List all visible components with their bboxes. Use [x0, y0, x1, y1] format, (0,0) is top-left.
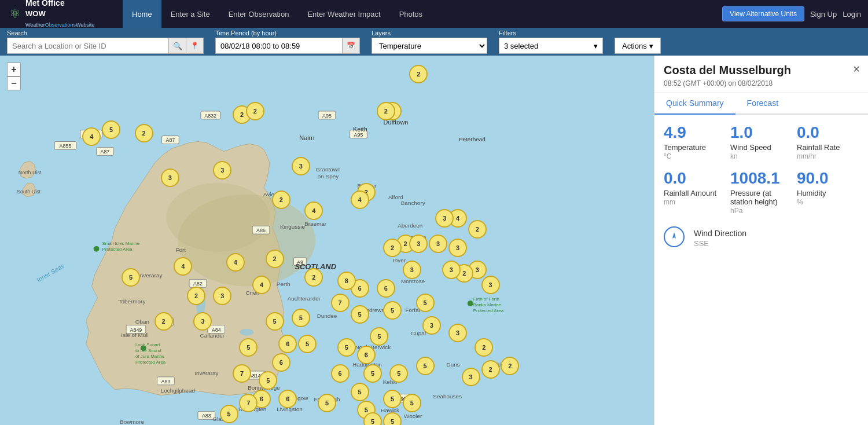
location-button[interactable]: 📍: [186, 38, 204, 54]
map-cluster-marker[interactable]: 7: [239, 394, 258, 412]
map-cluster-marker[interactable]: 5: [351, 383, 369, 401]
map-cluster-marker[interactable]: 4: [82, 127, 101, 146]
map-cluster-marker[interactable]: 6: [357, 346, 376, 364]
map-cluster-marker[interactable]: 8: [337, 272, 356, 290]
stat-label: Pressure (at station height): [730, 189, 792, 206]
map-cluster-marker[interactable]: 2: [304, 268, 323, 287]
map-cluster-marker[interactable]: 5: [292, 309, 310, 327]
map-cluster-marker[interactable]: 4: [351, 190, 369, 209]
nav-enter-observation[interactable]: Enter Observation: [219, 0, 299, 28]
map-cluster-marker[interactable]: 5: [383, 301, 402, 320]
map-cluster-marker[interactable]: 6: [272, 353, 290, 372]
map-cluster-marker[interactable]: 2: [409, 65, 428, 83]
svg-text:Seahouses: Seahouses: [433, 393, 462, 400]
map-cluster-marker[interactable]: 5: [337, 338, 356, 357]
map-cluster-marker[interactable]: 2: [377, 102, 395, 120]
map-cluster-marker[interactable]: 7: [233, 364, 251, 383]
search-input[interactable]: [7, 38, 169, 54]
map-cluster-marker[interactable]: 5: [351, 305, 369, 324]
map-cluster-marker[interactable]: 4: [252, 276, 271, 294]
svg-text:Perth: Perth: [277, 281, 290, 287]
zoom-out-button[interactable]: −: [7, 76, 21, 90]
svg-text:Peterhead: Peterhead: [459, 137, 486, 143]
nav-enter-site[interactable]: Enter a Site: [161, 0, 219, 28]
map-cluster-marker[interactable]: 3: [435, 209, 454, 228]
map-cluster-marker[interactable]: 2: [501, 357, 519, 375]
search-button[interactable]: 🔍: [169, 38, 186, 54]
map-cluster-marker[interactable]: 4: [304, 201, 323, 220]
map-cluster-marker[interactable]: 2: [135, 124, 153, 142]
alt-units-button[interactable]: View Alternative Units: [722, 6, 804, 21]
actions-button[interactable]: Actions ▾: [615, 38, 661, 54]
stat-value: 0.0: [664, 170, 726, 188]
map-cluster-marker[interactable]: 3: [409, 235, 428, 253]
map-cluster-marker[interactable]: 5: [259, 371, 277, 390]
map-cluster-marker[interactable]: 5: [318, 394, 336, 412]
map-cluster-marker[interactable]: 3: [462, 368, 480, 386]
map-cluster-marker[interactable]: 6: [278, 390, 297, 408]
map-cluster-marker[interactable]: 3: [403, 261, 421, 279]
time-period-input[interactable]: [215, 38, 343, 54]
map-cluster-marker[interactable]: 5: [298, 335, 317, 353]
svg-text:Oban: Oban: [135, 318, 149, 325]
map-cluster-marker[interactable]: 2: [155, 312, 173, 331]
svg-text:Protected Area: Protected Area: [102, 247, 133, 252]
map-cluster-marker[interactable]: 5: [403, 394, 421, 412]
map-cluster-marker[interactable]: 7: [331, 294, 350, 312]
filters-dropdown[interactable]: 3 selected ▾: [499, 38, 603, 54]
nav-photos[interactable]: Photos: [390, 0, 432, 28]
map-cluster-marker[interactable]: 5: [389, 364, 408, 383]
map-cluster-marker[interactable]: 3: [161, 168, 179, 187]
map-cluster-marker[interactable]: 3: [481, 276, 500, 294]
nav-home[interactable]: Home: [123, 0, 161, 28]
map-cluster-marker[interactable]: 5: [363, 364, 382, 383]
search-group: Search 🔍 📍: [7, 30, 204, 54]
map-cluster-marker[interactable]: 3: [193, 312, 212, 331]
map-cluster-marker[interactable]: 2: [272, 190, 290, 209]
layers-select[interactable]: Temperature Wind Speed Rainfall Rate Hum…: [372, 38, 487, 54]
map-cluster-marker[interactable]: 3: [422, 316, 441, 335]
map-cluster-marker[interactable]: 3: [448, 324, 467, 342]
map-cluster-marker[interactable]: 4: [174, 257, 192, 276]
map-cluster-marker[interactable]: 4: [226, 253, 245, 272]
map-cluster-marker[interactable]: 2: [187, 287, 205, 305]
map-cluster-marker[interactable]: 5: [383, 390, 402, 408]
map-cluster-marker[interactable]: 2: [246, 102, 264, 120]
map-cluster-marker[interactable]: 5: [239, 338, 258, 357]
map-cluster-marker[interactable]: 3: [429, 235, 447, 253]
map-cluster-marker[interactable]: 5: [416, 357, 435, 375]
map-cluster-marker[interactable]: 3: [213, 161, 231, 179]
tab-quick-summary[interactable]: Quick Summary: [654, 93, 735, 115]
map-cluster-marker[interactable]: 5: [122, 268, 140, 287]
map-cluster-marker[interactable]: 3: [292, 157, 310, 175]
nav-enter-weather-impact[interactable]: Enter Weather Impact: [298, 0, 389, 28]
svg-text:to the Sound: to the Sound: [135, 348, 161, 353]
map-cluster-marker[interactable]: 6: [331, 364, 350, 383]
login-link[interactable]: Login: [843, 10, 861, 19]
map-cluster-marker[interactable]: 3: [448, 239, 467, 257]
map-cluster-marker[interactable]: 2: [266, 250, 284, 268]
map-container[interactable]: + − A855 A863 A87 A8: [0, 56, 654, 425]
tab-forecast[interactable]: Forecast: [735, 93, 790, 115]
map-cluster-marker[interactable]: 5: [266, 312, 284, 331]
svg-text:A95: A95: [354, 132, 363, 138]
calendar-button[interactable]: 📅: [343, 38, 360, 54]
side-panel: Costa del Musselburgh 08:52 (GMT +00:00)…: [654, 56, 868, 425]
map-cluster-marker[interactable]: 5: [416, 294, 435, 312]
zoom-in-button[interactable]: +: [7, 63, 21, 76]
map-cluster-marker[interactable]: 3: [213, 287, 231, 305]
map-cluster-marker[interactable]: 2: [475, 338, 493, 357]
map-cluster-marker[interactable]: 6: [377, 279, 395, 298]
map-cluster-marker[interactable]: 5: [370, 327, 388, 346]
map-cluster-marker[interactable]: 2: [383, 239, 402, 257]
stat-unit: °C: [664, 152, 726, 160]
map-cluster-marker[interactable]: 3: [442, 261, 461, 279]
map-cluster-marker[interactable]: 2: [468, 220, 487, 239]
map-cluster-marker[interactable]: 5: [220, 405, 238, 423]
svg-text:A87: A87: [100, 149, 109, 155]
map-cluster-marker[interactable]: 6: [278, 335, 297, 353]
panel-close-button[interactable]: ×: [853, 63, 860, 76]
map-cluster-marker[interactable]: 2: [481, 360, 500, 379]
sign-up-link[interactable]: Sign Up: [810, 10, 837, 19]
map-cluster-marker[interactable]: 5: [102, 120, 120, 139]
